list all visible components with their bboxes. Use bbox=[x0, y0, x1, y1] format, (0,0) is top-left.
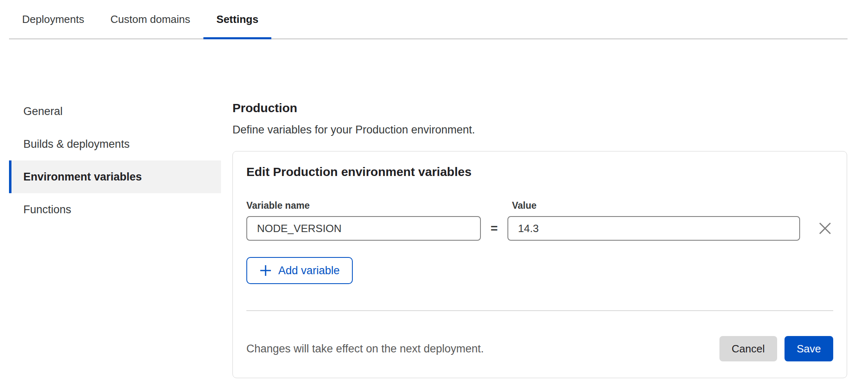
card-divider bbox=[246, 310, 833, 311]
sidebar-item-functions[interactable]: Functions bbox=[9, 193, 221, 226]
tab-deployments[interactable]: Deployments bbox=[9, 0, 97, 38]
settings-content: General Builds & deployments Environment… bbox=[0, 39, 868, 378]
deployment-note: Changes will take effect on the next dep… bbox=[246, 343, 484, 355]
sidebar-item-general[interactable]: General bbox=[9, 95, 221, 128]
variable-name-input[interactable] bbox=[246, 216, 481, 241]
variable-row: = bbox=[246, 216, 833, 241]
settings-sidebar: General Builds & deployments Environment… bbox=[9, 95, 221, 378]
main-panel: Production Define variables for your Pro… bbox=[232, 95, 847, 378]
remove-variable-button[interactable] bbox=[817, 220, 833, 237]
cancel-button[interactable]: Cancel bbox=[719, 336, 777, 361]
section-title: Production bbox=[232, 100, 847, 116]
sidebar-item-environment-variables[interactable]: Environment variables bbox=[9, 160, 221, 193]
plus-icon bbox=[259, 264, 272, 277]
add-variable-label: Add variable bbox=[278, 264, 340, 277]
env-vars-card: Edit Production environment variables Va… bbox=[232, 151, 847, 378]
value-input[interactable] bbox=[507, 216, 800, 241]
card-heading: Edit Production environment variables bbox=[246, 165, 833, 179]
variable-name-label: Variable name bbox=[246, 200, 509, 211]
footer-actions: Cancel Save bbox=[719, 336, 833, 361]
page-tabbar: Deployments Custom domains Settings bbox=[9, 0, 848, 39]
x-icon bbox=[817, 221, 833, 236]
value-label: Value bbox=[509, 200, 537, 211]
card-footer: Changes will take effect on the next dep… bbox=[246, 336, 833, 361]
add-variable-button[interactable]: Add variable bbox=[246, 257, 353, 284]
equals-sign: = bbox=[481, 221, 507, 235]
save-button[interactable]: Save bbox=[785, 336, 833, 361]
tab-settings[interactable]: Settings bbox=[203, 0, 272, 38]
section-subtitle: Define variables for your Production env… bbox=[232, 124, 847, 136]
field-labels-row: Variable name Value bbox=[246, 200, 833, 211]
tab-custom-domains[interactable]: Custom domains bbox=[97, 0, 203, 38]
sidebar-item-builds-deployments[interactable]: Builds & deployments bbox=[9, 128, 221, 160]
